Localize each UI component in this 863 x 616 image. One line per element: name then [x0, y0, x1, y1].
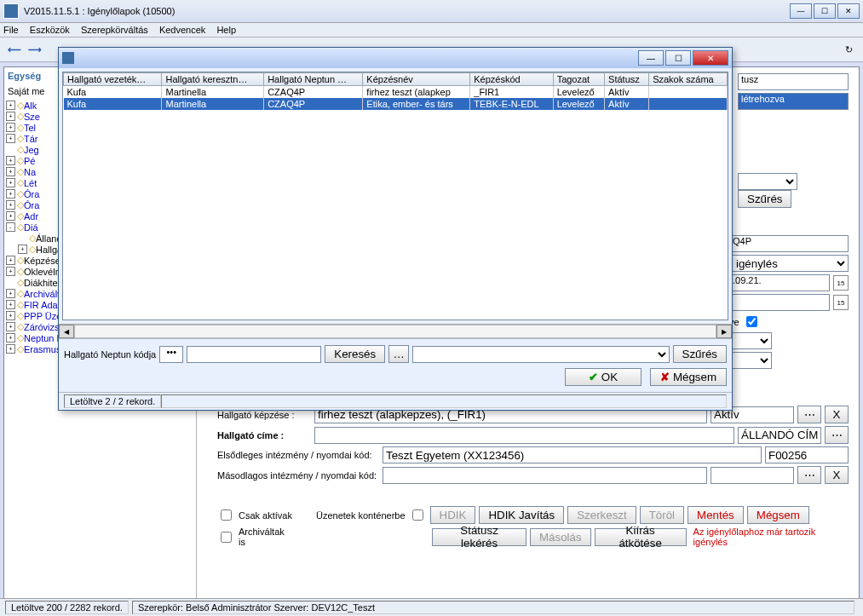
expand-icon[interactable]: + — [6, 333, 15, 343]
cime-browse[interactable]: ⋯ — [825, 426, 849, 444]
archivaltak-label: Archiváltak is — [239, 527, 292, 547]
minimize-button[interactable]: — — [790, 3, 812, 19]
menu-file[interactable]: File — [3, 25, 19, 35]
search-button[interactable]: Keresés — [325, 345, 385, 363]
column-header[interactable]: Hallgató keresztn… — [162, 73, 264, 86]
dialog-close[interactable]: ✕ — [693, 50, 728, 66]
tree-label[interactable]: Alk — [24, 101, 37, 111]
kepzese-browse[interactable]: ⋯ — [797, 406, 821, 423]
cancel-button[interactable]: ✘Mégsem — [650, 368, 727, 386]
kiiras-button[interactable]: Kiírás átkötése — [595, 528, 687, 546]
expand-icon[interactable]: - — [6, 222, 15, 232]
column-header[interactable]: Státusz — [605, 73, 649, 86]
elsodleges-field[interactable] — [383, 446, 762, 463]
menu-roles[interactable]: Szerepkörváltás — [81, 25, 148, 35]
expand-icon[interactable]: + — [6, 189, 15, 199]
megsem-button[interactable]: Mégsem — [747, 506, 809, 524]
expand-icon[interactable]: + — [6, 311, 15, 320]
folder-icon: ◇ — [17, 155, 24, 166]
statusz-lekeres-button[interactable]: Státusz lekérés — [432, 528, 526, 546]
expand-icon[interactable]: + — [6, 200, 15, 210]
expand-icon[interactable]: + — [6, 156, 15, 165]
browse-button[interactable]: … — [388, 345, 409, 363]
column-header[interactable]: Képzésnév — [363, 73, 470, 86]
column-header[interactable]: Hallgató vezeték… — [64, 73, 162, 86]
expand-icon[interactable]: + — [6, 256, 15, 265]
scroll-right-icon[interactable]: ▶ — [716, 325, 732, 338]
folder-icon: ◇ — [17, 122, 24, 133]
table-row[interactable]: KufaMartinellaCZAQ4PEtika, ember- és tár… — [64, 98, 728, 110]
back-button[interactable]: ⟵ — [5, 40, 24, 59]
ve-checkbox[interactable] — [746, 316, 757, 327]
expand-icon[interactable]: + — [6, 178, 15, 187]
expand-icon[interactable]: + — [6, 289, 15, 298]
dialog-minimize[interactable]: — — [638, 50, 664, 66]
menu-tools[interactable]: Eszközök — [30, 25, 70, 35]
window-titlebar: V2015.11.5.1 : Igénylőlapok (10500) — ☐ … — [0, 0, 863, 23]
tree-label[interactable]: Tel — [24, 123, 36, 133]
masodlagos-browse[interactable]: ⋯ — [797, 466, 821, 484]
tree-label[interactable]: Tár — [24, 134, 38, 144]
tree-label[interactable]: Diá — [24, 222, 38, 233]
warning-text: Az igénylőlaphoz már tartozik igénylés — [693, 527, 849, 547]
tree-label[interactable]: Lét — [24, 178, 37, 188]
column-header[interactable]: Tagozat — [553, 73, 604, 86]
tree-label[interactable]: Jeg — [24, 145, 39, 155]
scroll-left-icon[interactable]: ◀ — [59, 325, 74, 338]
expand-icon[interactable]: + — [6, 123, 15, 132]
hdik-button: HDIK — [430, 506, 476, 524]
masodlagos-clear[interactable]: X — [825, 466, 849, 484]
tree-label[interactable]: Pé — [24, 156, 35, 166]
tree-label[interactable]: Adr — [24, 211, 38, 222]
maximize-button[interactable]: ☐ — [814, 3, 836, 19]
igenyles-select[interactable]: igénylés — [729, 255, 849, 272]
dialog-maximize[interactable]: ☐ — [665, 50, 691, 66]
results-grid[interactable]: Hallgató vezeték…Hallgató keresztn…Hallg… — [62, 72, 728, 320]
neptun-code-input[interactable] — [187, 346, 321, 363]
refresh-icon[interactable]: ↻ — [839, 40, 858, 59]
tree-label[interactable]: Sze — [24, 112, 40, 122]
archivaltak-checkbox[interactable] — [221, 532, 232, 543]
calendar-icon-2[interactable]: 15 — [833, 295, 849, 310]
column-header[interactable]: Szakok száma — [649, 73, 728, 86]
column-header[interactable]: Hallgató Neptun … — [264, 73, 363, 86]
expand-icon[interactable]: + — [6, 344, 15, 354]
calendar-icon[interactable]: 15 — [833, 275, 849, 291]
hdik-javitas-button[interactable]: HDIK Javítás — [479, 506, 564, 524]
expand-icon[interactable]: + — [6, 300, 15, 309]
expand-icon[interactable]: + — [6, 112, 15, 121]
cime-label: Hallgató címe : — [217, 430, 311, 440]
tree-label[interactable]: Óra — [24, 200, 39, 210]
filter-button[interactable]: Szűrés — [738, 190, 791, 208]
small-select-1[interactable] — [729, 332, 772, 349]
kepzese-clear[interactable]: X — [825, 406, 849, 423]
grid-hscroll[interactable]: ◀ ▶ — [59, 324, 732, 338]
ok-button[interactable]: ✔OK — [565, 368, 641, 386]
expand-icon[interactable]: + — [6, 167, 15, 176]
search-mode-icon[interactable]: ••• — [159, 346, 183, 363]
tree-label[interactable]: Na — [24, 167, 36, 177]
expand-icon[interactable]: + — [6, 211, 15, 221]
menu-favorites[interactable]: Kedvencek — [159, 25, 205, 35]
dialog-filter-button[interactable]: Szűrés — [673, 345, 727, 363]
masodlagos-field[interactable] — [383, 467, 707, 484]
expand-icon[interactable]: + — [6, 101, 15, 110]
forward-button[interactable]: ⟶ — [26, 40, 44, 59]
expand-icon[interactable]: + — [6, 134, 15, 143]
cime-field[interactable] — [314, 427, 734, 444]
uzenetek-checkbox[interactable] — [412, 509, 423, 521]
table-row[interactable]: KufaMartinellaCZAQ4Pfirhez teszt (alapke… — [64, 86, 728, 99]
expand-icon[interactable]: + — [6, 267, 15, 276]
status-header: tusz — [738, 73, 849, 90]
filter-select-dialog[interactable] — [412, 346, 669, 363]
csak-aktivak-checkbox[interactable] — [221, 509, 232, 521]
tree-label[interactable]: Óra — [24, 189, 39, 199]
expand-icon[interactable]: + — [18, 245, 27, 254]
close-button[interactable]: ✕ — [837, 3, 860, 19]
menu-help[interactable]: Help — [216, 25, 236, 35]
filter-select[interactable] — [738, 173, 797, 190]
column-header[interactable]: Képzéskód — [470, 73, 553, 86]
small-select-2[interactable] — [729, 352, 772, 369]
expand-icon[interactable]: + — [6, 322, 15, 331]
mentes-button[interactable]: Mentés — [688, 506, 744, 524]
